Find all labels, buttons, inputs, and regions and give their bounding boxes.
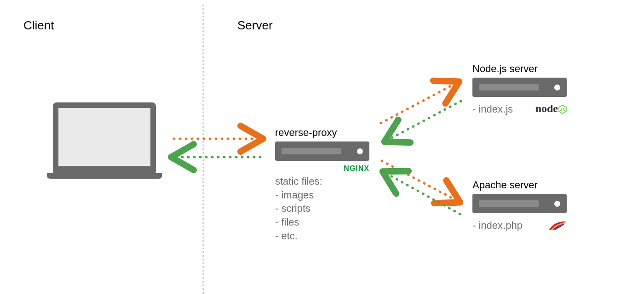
client-laptop-icon [47, 102, 162, 179]
client-server-divider [202, 5, 204, 294]
node-server-icon [472, 78, 567, 97]
nodejs-logo: node JS [535, 103, 567, 116]
reverse-proxy-block: reverse-proxy NGINX static files: - imag… [275, 127, 369, 243]
reverse-proxy-icon [275, 141, 369, 161]
arrow-apache-to-proxy [388, 175, 460, 214]
static-files-item: - images [275, 188, 369, 202]
static-files-item: - files [275, 215, 369, 229]
svg-text:JS: JS [560, 107, 565, 112]
apache-server-file: - index.php [472, 219, 548, 232]
node-server-block: Node.js server - index.js node JS [472, 63, 567, 116]
apache-server-icon [472, 194, 567, 213]
static-files-heading: static files: [275, 175, 369, 188]
arrow-proxy-to-node [381, 85, 454, 123]
apache-server-title: Apache server [472, 179, 567, 191]
node-server-file: - index.js [472, 102, 535, 116]
static-files-item: - etc. [275, 229, 369, 243]
diagram-stage: Client Server reverse-proxy NGINX static… [0, 0, 644, 294]
nodejs-logo-text: node [535, 102, 558, 114]
apache-server-block: Apache server - index.php [472, 179, 567, 232]
reverse-proxy-title: reverse-proxy [275, 127, 369, 139]
client-section-title: Client [23, 18, 54, 33]
static-files-item: - scripts [275, 202, 369, 215]
server-section-title: Server [237, 18, 273, 33]
arrow-proxy-to-apache [382, 161, 454, 199]
nginx-logo: NGINX [344, 164, 369, 172]
arrow-node-to-proxy [390, 101, 461, 139]
apache-logo [548, 220, 567, 231]
node-server-title: Node.js server [472, 63, 567, 75]
